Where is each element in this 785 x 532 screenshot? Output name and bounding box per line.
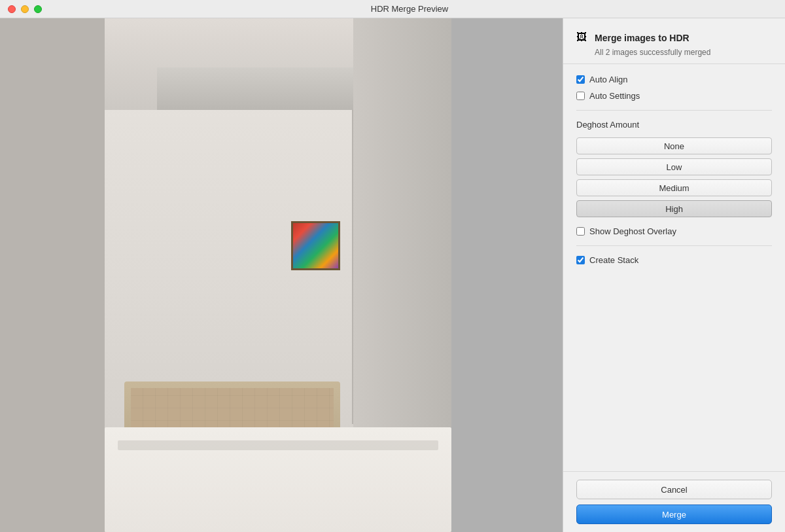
create-stack-checkbox[interactable] xyxy=(576,256,585,264)
deghost-none-button[interactable]: None xyxy=(576,137,772,154)
show-deghost-row: Show Deghost Overlay xyxy=(576,226,772,236)
create-stack-label: Create Stack xyxy=(589,255,638,265)
deghost-buttons-group: None Low Medium High xyxy=(576,137,772,217)
preview-area xyxy=(0,18,563,532)
main-content: 🖼 Merge images to HDR All 2 images succe… xyxy=(0,18,785,532)
preview-image xyxy=(105,18,451,532)
create-stack-row: Create Stack xyxy=(576,255,772,265)
title-bar: HDR Merge Preview xyxy=(0,0,785,18)
bed-linens xyxy=(105,427,451,532)
auto-settings-label: Auto Settings xyxy=(589,91,640,101)
header-title: Merge images to HDR xyxy=(595,33,689,43)
close-button[interactable] xyxy=(8,5,16,13)
cancel-button[interactable]: Cancel xyxy=(576,480,772,499)
hdr-merge-icon: 🖼 xyxy=(576,31,589,44)
sidebar-header: 🖼 Merge images to HDR All 2 images succe… xyxy=(563,18,785,64)
header-subtitle: All 2 images successfully merged xyxy=(576,48,772,57)
room-scene xyxy=(105,18,451,532)
show-deghost-checkbox[interactable] xyxy=(576,227,585,236)
sidebar: 🖼 Merge images to HDR All 2 images succe… xyxy=(563,18,785,532)
auto-align-row: Auto Align xyxy=(576,75,772,84)
painting-art xyxy=(293,223,338,268)
deghost-low-button[interactable]: Low xyxy=(576,158,772,175)
divider-1 xyxy=(576,110,772,111)
sidebar-footer: Cancel Merge xyxy=(563,471,785,532)
auto-settings-checkbox[interactable] xyxy=(576,92,585,100)
sidebar-body: Auto Align Auto Settings Deghost Amount … xyxy=(563,64,785,471)
window-title: HDR Merge Preview xyxy=(42,4,777,14)
minimize-button[interactable] xyxy=(21,5,29,13)
left-panel xyxy=(0,18,105,532)
auto-align-label: Auto Align xyxy=(589,75,628,84)
show-deghost-label: Show Deghost Overlay xyxy=(589,226,676,236)
traffic-lights xyxy=(8,5,42,13)
merge-button[interactable]: Merge xyxy=(576,505,772,524)
auto-settings-row: Auto Settings xyxy=(576,91,772,101)
deghost-high-button[interactable]: High xyxy=(576,200,772,217)
maximize-button[interactable] xyxy=(34,5,42,13)
header-title-row: 🖼 Merge images to HDR xyxy=(576,31,772,44)
deghost-amount-label: Deghost Amount xyxy=(576,120,772,130)
wall-corner xyxy=(352,110,353,424)
linen-fold xyxy=(118,440,438,450)
painting xyxy=(291,221,340,270)
deghost-medium-button[interactable]: Medium xyxy=(576,179,772,196)
auto-align-checkbox[interactable] xyxy=(576,75,585,84)
divider-2 xyxy=(576,245,772,246)
